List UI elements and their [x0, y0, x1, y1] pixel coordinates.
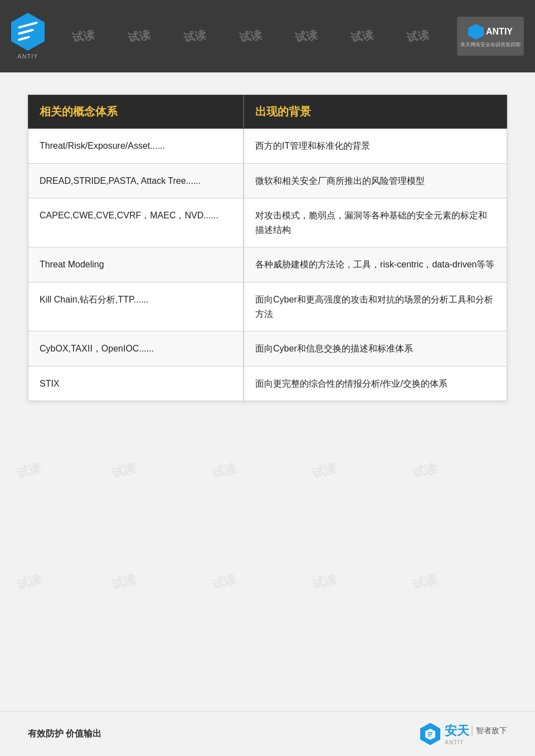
main-content: 相关的概念体系 出现的背景 Threat/Risk/Exposure/Asset… — [0, 72, 535, 418]
header-wm-5: 试读 — [294, 27, 319, 46]
footer: 有效防护 价值输出 安天 智者敌下 ANTIY — [0, 711, 535, 756]
table-cell-left-6: STIX — [28, 366, 244, 401]
table-row: Threat Modeling各种威胁建模的方法论，工具，risk-centri… — [28, 247, 507, 282]
table-cell-left-2: CAPEC,CWE,CVE,CVRF，MAEC，NVD...... — [28, 198, 244, 247]
header-right: ANTIY 美天网络安全命训营第四期 — [457, 17, 524, 56]
header: ANTIY 试读 试读 试读 试读 试读 试读 试读 ANTIY 美天网络安全命… — [0, 0, 535, 72]
table-cell-right-0: 西方的IT管理和标准化的背景 — [244, 129, 507, 164]
header-wm-2: 试读 — [127, 27, 152, 46]
logo-text: ANTIY — [17, 53, 38, 60]
header-wm-4: 试读 — [239, 27, 263, 46]
header-wm-1: 试读 — [71, 27, 96, 46]
col1-header: 相关的概念体系 — [28, 95, 244, 129]
content-table: 相关的概念体系 出现的背景 Threat/Risk/Exposure/Asset… — [28, 95, 507, 401]
footer-antiy-en: ANTIY — [445, 739, 507, 745]
header-right-logo: ANTIY 美天网络安全命训营第四期 — [457, 17, 524, 56]
table-row: STIX面向更完整的综合性的情报分析/作业/交换的体系 — [28, 366, 507, 401]
table-cell-left-0: Threat/Risk/Exposure/Asset...... — [28, 129, 244, 164]
table-row: Kill Chain,钻石分析,TTP......面向Cyber和更高强度的攻击… — [28, 282, 507, 331]
header-right-sub: 美天网络安全命训营第四期 — [460, 41, 521, 48]
table-row: CybOX,TAXII，OpenIOC......面向Cyber和信息交换的描述… — [28, 331, 507, 367]
header-wm-6: 试读 — [350, 27, 374, 46]
header-watermarks: 试读 试读 试读 试读 试读 试读 试读 — [45, 29, 457, 44]
header-right-name: ANTIY — [486, 27, 513, 37]
table-cell-left-1: DREAD,STRIDE,PASTA, Attack Tree...... — [28, 163, 244, 198]
table-row: CAPEC,CWE,CVE,CVRF，MAEC，NVD......对攻击模式，脆… — [28, 198, 507, 247]
header-wm-7: 试读 — [406, 27, 430, 46]
footer-antiy-text: 安天 智者敌下 ANTIY — [445, 723, 507, 745]
table-cell-right-5: 面向Cyber和信息交换的描述和标准体系 — [244, 331, 507, 367]
table-row: DREAD,STRIDE,PASTA, Attack Tree......微软和… — [28, 163, 507, 198]
footer-right: 安天 智者敌下 ANTIY — [420, 723, 507, 745]
table-cell-right-2: 对攻击模式，脆弱点，漏洞等各种基础的安全元素的标定和描述结构 — [244, 198, 507, 247]
table-cell-right-6: 面向更完整的综合性的情报分析/作业/交换的体系 — [244, 366, 507, 401]
footer-left-text: 有效防护 价值输出 — [28, 728, 101, 740]
header-right-icon — [468, 24, 484, 40]
table-cell-right-4: 面向Cyber和更高强度的攻击和对抗的场景的分析工具和分析方法 — [244, 282, 507, 331]
table-row: Threat/Risk/Exposure/Asset......西方的IT管理和… — [28, 129, 507, 164]
footer-antiy-slogan: 智者敌下 — [471, 726, 507, 736]
col2-header: 出现的背景 — [244, 95, 507, 129]
footer-logo: 安天 智者敌下 ANTIY — [420, 723, 507, 745]
header-logo: ANTIY — [11, 13, 45, 60]
header-wm-3: 试读 — [183, 27, 207, 46]
footer-antiy-cn: 安天 — [445, 723, 469, 739]
table-cell-left-3: Threat Modeling — [28, 247, 244, 282]
table-cell-left-4: Kill Chain,钻石分析,TTP...... — [28, 282, 244, 331]
table-cell-right-1: 微软和相关安全厂商所推出的风险管理模型 — [244, 163, 507, 198]
table-cell-left-5: CybOX,TAXII，OpenIOC...... — [28, 331, 244, 367]
logo-icon — [11, 13, 45, 51]
table-cell-right-3: 各种威胁建模的方法论，工具，risk-centric，data-driven等等 — [244, 247, 507, 282]
footer-logo-icon — [420, 723, 440, 745]
